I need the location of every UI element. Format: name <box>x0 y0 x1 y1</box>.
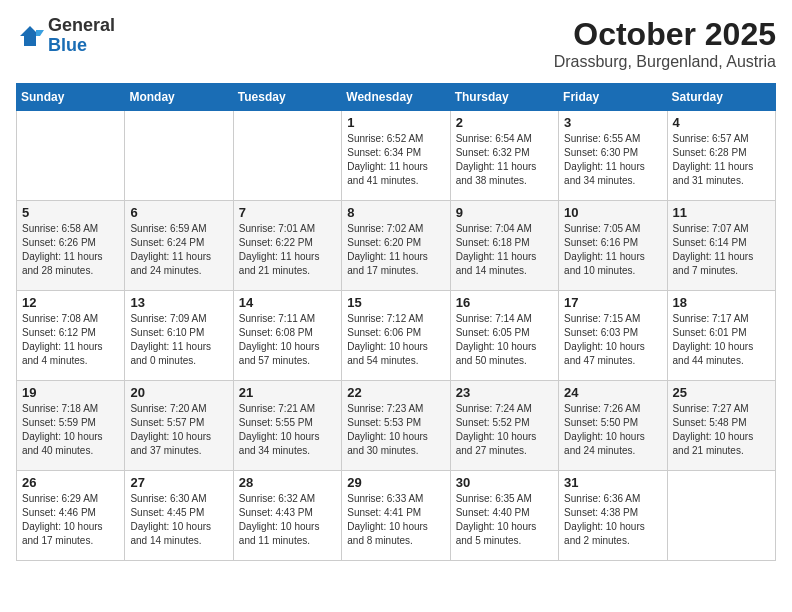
logo: General Blue <box>16 16 115 56</box>
logo-text: General Blue <box>48 16 115 56</box>
calendar-cell: 25Sunrise: 7:27 AM Sunset: 5:48 PM Dayli… <box>667 381 775 471</box>
calendar-cell <box>17 111 125 201</box>
calendar-cell: 30Sunrise: 6:35 AM Sunset: 4:40 PM Dayli… <box>450 471 558 561</box>
day-info: Sunrise: 7:23 AM Sunset: 5:53 PM Dayligh… <box>347 402 444 458</box>
calendar-cell: 1Sunrise: 6:52 AM Sunset: 6:34 PM Daylig… <box>342 111 450 201</box>
calendar-cell: 21Sunrise: 7:21 AM Sunset: 5:55 PM Dayli… <box>233 381 341 471</box>
calendar-cell: 22Sunrise: 7:23 AM Sunset: 5:53 PM Dayli… <box>342 381 450 471</box>
calendar-week-row: 12Sunrise: 7:08 AM Sunset: 6:12 PM Dayli… <box>17 291 776 381</box>
day-info: Sunrise: 6:32 AM Sunset: 4:43 PM Dayligh… <box>239 492 336 548</box>
day-number: 12 <box>22 295 119 310</box>
day-info: Sunrise: 6:33 AM Sunset: 4:41 PM Dayligh… <box>347 492 444 548</box>
day-info: Sunrise: 6:52 AM Sunset: 6:34 PM Dayligh… <box>347 132 444 188</box>
day-number: 2 <box>456 115 553 130</box>
calendar-cell <box>125 111 233 201</box>
day-number: 11 <box>673 205 770 220</box>
day-number: 14 <box>239 295 336 310</box>
day-number: 9 <box>456 205 553 220</box>
calendar-cell: 9Sunrise: 7:04 AM Sunset: 6:18 PM Daylig… <box>450 201 558 291</box>
day-info: Sunrise: 7:02 AM Sunset: 6:20 PM Dayligh… <box>347 222 444 278</box>
calendar-cell: 2Sunrise: 6:54 AM Sunset: 6:32 PM Daylig… <box>450 111 558 201</box>
day-info: Sunrise: 6:54 AM Sunset: 6:32 PM Dayligh… <box>456 132 553 188</box>
calendar-cell: 18Sunrise: 7:17 AM Sunset: 6:01 PM Dayli… <box>667 291 775 381</box>
day-number: 17 <box>564 295 661 310</box>
day-info: Sunrise: 7:26 AM Sunset: 5:50 PM Dayligh… <box>564 402 661 458</box>
day-number: 8 <box>347 205 444 220</box>
calendar-week-row: 19Sunrise: 7:18 AM Sunset: 5:59 PM Dayli… <box>17 381 776 471</box>
day-info: Sunrise: 6:35 AM Sunset: 4:40 PM Dayligh… <box>456 492 553 548</box>
calendar-cell: 29Sunrise: 6:33 AM Sunset: 4:41 PM Dayli… <box>342 471 450 561</box>
calendar-cell: 24Sunrise: 7:26 AM Sunset: 5:50 PM Dayli… <box>559 381 667 471</box>
calendar-cell: 13Sunrise: 7:09 AM Sunset: 6:10 PM Dayli… <box>125 291 233 381</box>
day-info: Sunrise: 7:15 AM Sunset: 6:03 PM Dayligh… <box>564 312 661 368</box>
weekday-header-row: SundayMondayTuesdayWednesdayThursdayFrid… <box>17 84 776 111</box>
day-info: Sunrise: 6:36 AM Sunset: 4:38 PM Dayligh… <box>564 492 661 548</box>
month-year-title: October 2025 <box>554 16 776 53</box>
calendar-cell <box>233 111 341 201</box>
day-info: Sunrise: 6:29 AM Sunset: 4:46 PM Dayligh… <box>22 492 119 548</box>
calendar-cell: 28Sunrise: 6:32 AM Sunset: 4:43 PM Dayli… <box>233 471 341 561</box>
calendar-cell: 14Sunrise: 7:11 AM Sunset: 6:08 PM Dayli… <box>233 291 341 381</box>
day-info: Sunrise: 7:04 AM Sunset: 6:18 PM Dayligh… <box>456 222 553 278</box>
day-number: 4 <box>673 115 770 130</box>
day-info: Sunrise: 7:27 AM Sunset: 5:48 PM Dayligh… <box>673 402 770 458</box>
day-number: 19 <box>22 385 119 400</box>
calendar-cell: 16Sunrise: 7:14 AM Sunset: 6:05 PM Dayli… <box>450 291 558 381</box>
calendar-cell: 23Sunrise: 7:24 AM Sunset: 5:52 PM Dayli… <box>450 381 558 471</box>
calendar-cell: 4Sunrise: 6:57 AM Sunset: 6:28 PM Daylig… <box>667 111 775 201</box>
calendar-cell: 12Sunrise: 7:08 AM Sunset: 6:12 PM Dayli… <box>17 291 125 381</box>
weekday-header: Friday <box>559 84 667 111</box>
calendar-cell: 11Sunrise: 7:07 AM Sunset: 6:14 PM Dayli… <box>667 201 775 291</box>
day-info: Sunrise: 6:57 AM Sunset: 6:28 PM Dayligh… <box>673 132 770 188</box>
day-number: 20 <box>130 385 227 400</box>
day-info: Sunrise: 7:07 AM Sunset: 6:14 PM Dayligh… <box>673 222 770 278</box>
calendar-table: SundayMondayTuesdayWednesdayThursdayFrid… <box>16 83 776 561</box>
day-number: 30 <box>456 475 553 490</box>
day-info: Sunrise: 6:58 AM Sunset: 6:26 PM Dayligh… <box>22 222 119 278</box>
weekday-header: Wednesday <box>342 84 450 111</box>
calendar-cell: 15Sunrise: 7:12 AM Sunset: 6:06 PM Dayli… <box>342 291 450 381</box>
calendar-cell: 26Sunrise: 6:29 AM Sunset: 4:46 PM Dayli… <box>17 471 125 561</box>
day-info: Sunrise: 6:30 AM Sunset: 4:45 PM Dayligh… <box>130 492 227 548</box>
calendar-cell: 3Sunrise: 6:55 AM Sunset: 6:30 PM Daylig… <box>559 111 667 201</box>
calendar-cell: 10Sunrise: 7:05 AM Sunset: 6:16 PM Dayli… <box>559 201 667 291</box>
day-number: 13 <box>130 295 227 310</box>
calendar-cell: 6Sunrise: 6:59 AM Sunset: 6:24 PM Daylig… <box>125 201 233 291</box>
location-subtitle: Drassburg, Burgenland, Austria <box>554 53 776 71</box>
calendar-cell: 19Sunrise: 7:18 AM Sunset: 5:59 PM Dayli… <box>17 381 125 471</box>
day-number: 24 <box>564 385 661 400</box>
day-info: Sunrise: 7:09 AM Sunset: 6:10 PM Dayligh… <box>130 312 227 368</box>
day-number: 1 <box>347 115 444 130</box>
day-info: Sunrise: 7:24 AM Sunset: 5:52 PM Dayligh… <box>456 402 553 458</box>
calendar-cell: 27Sunrise: 6:30 AM Sunset: 4:45 PM Dayli… <box>125 471 233 561</box>
calendar-cell: 31Sunrise: 6:36 AM Sunset: 4:38 PM Dayli… <box>559 471 667 561</box>
calendar-cell: 17Sunrise: 7:15 AM Sunset: 6:03 PM Dayli… <box>559 291 667 381</box>
day-info: Sunrise: 7:20 AM Sunset: 5:57 PM Dayligh… <box>130 402 227 458</box>
day-number: 3 <box>564 115 661 130</box>
calendar-week-row: 1Sunrise: 6:52 AM Sunset: 6:34 PM Daylig… <box>17 111 776 201</box>
day-info: Sunrise: 7:14 AM Sunset: 6:05 PM Dayligh… <box>456 312 553 368</box>
calendar-week-row: 26Sunrise: 6:29 AM Sunset: 4:46 PM Dayli… <box>17 471 776 561</box>
day-number: 23 <box>456 385 553 400</box>
day-number: 25 <box>673 385 770 400</box>
day-number: 28 <box>239 475 336 490</box>
day-number: 26 <box>22 475 119 490</box>
day-number: 15 <box>347 295 444 310</box>
weekday-header: Monday <box>125 84 233 111</box>
day-info: Sunrise: 7:11 AM Sunset: 6:08 PM Dayligh… <box>239 312 336 368</box>
title-block: October 2025 Drassburg, Burgenland, Aust… <box>554 16 776 71</box>
logo-general-text: General <box>48 16 115 36</box>
weekday-header: Thursday <box>450 84 558 111</box>
page-header: General Blue October 2025 Drassburg, Bur… <box>16 16 776 71</box>
day-info: Sunrise: 7:05 AM Sunset: 6:16 PM Dayligh… <box>564 222 661 278</box>
calendar-cell: 5Sunrise: 6:58 AM Sunset: 6:26 PM Daylig… <box>17 201 125 291</box>
day-info: Sunrise: 6:55 AM Sunset: 6:30 PM Dayligh… <box>564 132 661 188</box>
day-number: 22 <box>347 385 444 400</box>
calendar-cell: 8Sunrise: 7:02 AM Sunset: 6:20 PM Daylig… <box>342 201 450 291</box>
day-number: 29 <box>347 475 444 490</box>
day-number: 7 <box>239 205 336 220</box>
day-info: Sunrise: 7:08 AM Sunset: 6:12 PM Dayligh… <box>22 312 119 368</box>
day-number: 6 <box>130 205 227 220</box>
day-info: Sunrise: 7:21 AM Sunset: 5:55 PM Dayligh… <box>239 402 336 458</box>
logo-blue-text: Blue <box>48 36 115 56</box>
